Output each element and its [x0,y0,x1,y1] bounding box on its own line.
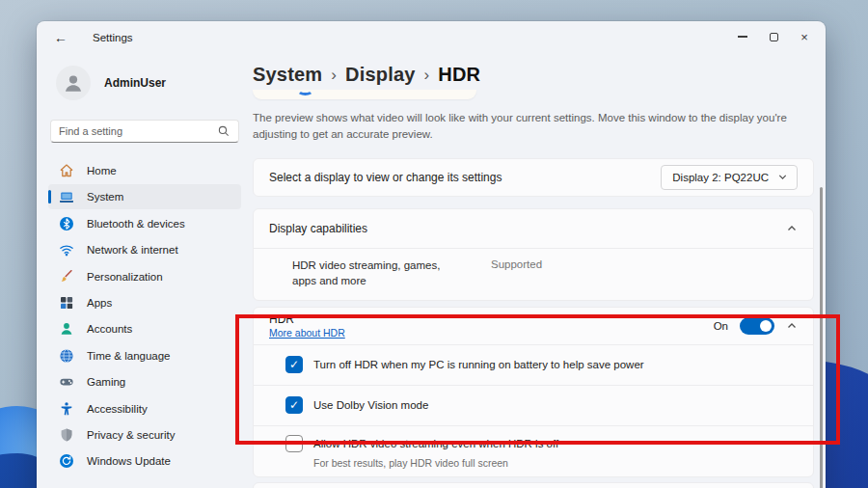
hdr-title: HDR [269,312,345,326]
sidebar-item-label: Accessibility [87,403,148,415]
dolby-vision-checkbox[interactable]: ✓ [285,396,303,414]
hdr-option-note: For best results, play HDR video full sc… [313,457,798,469]
sidebar-item-accessibility[interactable]: Accessibility [48,396,241,421]
settings-window: ← Settings × AdminUser [37,21,826,488]
sidebar-item-label: Gaming [87,376,125,388]
maximize-icon [770,33,778,41]
chevron-right-icon: › [424,65,430,85]
sidebar-item-label: Network & internet [87,244,178,256]
capability-feature: HDR video streaming, games, apps and mor… [292,258,464,289]
breadcrumb-display[interactable]: Display [345,64,416,86]
sidebar-item-windows-update[interactable]: Windows Update [48,448,241,474]
sidebar: AdminUser Home System [37,54,253,488]
sidebar-item-network[interactable]: Network & internet [48,237,241,262]
sidebar-item-label: Time & language [87,350,171,362]
toggle-knob [760,320,772,332]
sidebar-item-apps[interactable]: Apps [48,290,241,315]
back-icon[interactable]: ← [54,30,77,45]
sidebar-item-accounts[interactable]: Accounts [48,316,241,341]
minimize-button[interactable] [727,23,758,50]
check-icon: ✓ [289,359,299,370]
more-about-hdr-link[interactable]: More about HDR [269,327,345,339]
sidebar-item-personalization[interactable]: Personalization [48,264,241,289]
sidebar-item-label: System [87,191,123,203]
hdr-card: HDR More about HDR On ✓ Turn off HDR whe… [253,307,814,477]
hdr-option-label: Turn off HDR when my PC is running on ba… [313,359,644,370]
sidebar-nav: Home System Bluetooth & devices Network … [48,158,241,474]
sidebar-item-label: Apps [87,297,112,309]
sidebar-item-system[interactable]: System [48,184,241,209]
hdr-toggle-state: On [714,320,728,332]
account-person-icon [59,321,74,337]
maximize-button[interactable] [758,23,789,50]
globe-icon [59,348,74,364]
user-name: AdminUser [104,76,166,90]
display-capabilities-card: Display capabilities HDR video streaming… [253,208,814,301]
hdr-option-row-streaming: ✓ Allow HDR video streaming even when HD… [254,425,813,476]
check-icon: ✓ [289,399,299,411]
hdr-option-label: Use Dolby Vision mode [313,399,428,411]
display-selector-card: Select a display to view or change its s… [253,158,814,197]
hdr-header-row: HDR More about HDR On [254,308,813,344]
sidebar-item-label: Privacy & security [87,429,175,441]
bluetooth-icon [59,216,74,231]
capability-status: Supported [491,258,542,270]
main-content: System › Display › HDR The preview shows… [253,54,826,488]
user-profile[interactable]: AdminUser [48,60,241,102]
laptop-icon [59,189,74,204]
display-capabilities-header[interactable]: Display capabilities [254,209,813,248]
display-selector-label: Select a display to view or change its s… [269,171,502,184]
avatar [56,66,91,100]
capability-row: HDR video streaming, games, apps and mor… [254,248,813,300]
preview-arc-icon [297,86,313,95]
update-icon [59,453,74,469]
search-box[interactable] [50,120,239,143]
sidebar-item-label: Personalization [87,271,163,283]
hdr-calibration-card[interactable]: HDR Display Calibration Improve color ac… [253,482,814,488]
display-select-value: Display 2: PQ22UC [672,172,769,183]
video-preview-remnant [253,90,476,99]
display-capabilities-title: Display capabilities [269,222,367,235]
sidebar-item-privacy[interactable]: Privacy & security [48,422,241,447]
person-icon [62,71,85,95]
sidebar-item-gaming[interactable]: Gaming [48,369,241,394]
hdr-option-row-battery: ✓ Turn off HDR when my PC is running on … [254,344,813,385]
window-title: Settings [93,32,133,43]
sidebar-item-home[interactable]: Home [48,158,241,183]
sidebar-item-label: Accounts [87,323,132,335]
hdr-toggle[interactable] [740,317,774,335]
window-controls: × [727,23,820,50]
chevron-up-icon[interactable] [786,320,798,332]
hdr-option-row-dolby: ✓ Use Dolby Vision mode [254,385,813,425]
battery-saver-checkbox[interactable]: ✓ [285,356,303,373]
preview-note: The preview shows what video will look l… [253,110,811,144]
breadcrumb: System › Display › HDR [253,64,814,86]
hdr-streaming-checkbox[interactable]: ✓ [285,435,303,452]
titlebar: ← Settings × [37,21,826,54]
close-button[interactable]: × [789,23,820,50]
search-input[interactable] [59,125,217,137]
brush-icon [59,269,74,285]
chevron-down-icon [777,172,788,182]
gamepad-icon [59,374,74,390]
chevron-right-icon: › [331,65,337,85]
display-select-dropdown[interactable]: Display 2: PQ22UC [661,165,798,190]
wifi-icon [59,242,74,258]
sidebar-item-bluetooth[interactable]: Bluetooth & devices [48,211,241,236]
chevron-up-icon[interactable] [786,223,798,234]
sidebar-item-time-language[interactable]: Time & language [48,343,241,368]
breadcrumb-system[interactable]: System [253,64,322,86]
sidebar-item-label: Bluetooth & devices [87,218,185,230]
shield-icon [59,427,74,443]
scrollbar-thumb[interactable] [820,187,823,488]
apps-grid-icon [59,295,74,311]
search-icon [217,124,231,138]
accessibility-person-icon [59,401,74,417]
sidebar-item-label: Home [87,165,117,176]
home-icon [59,163,74,178]
hdr-option-label: Allow HDR video streaming even when HDR … [313,438,558,449]
sidebar-item-label: Windows Update [87,455,171,467]
breadcrumb-hdr: HDR [438,64,480,86]
minimize-icon [738,36,747,37]
